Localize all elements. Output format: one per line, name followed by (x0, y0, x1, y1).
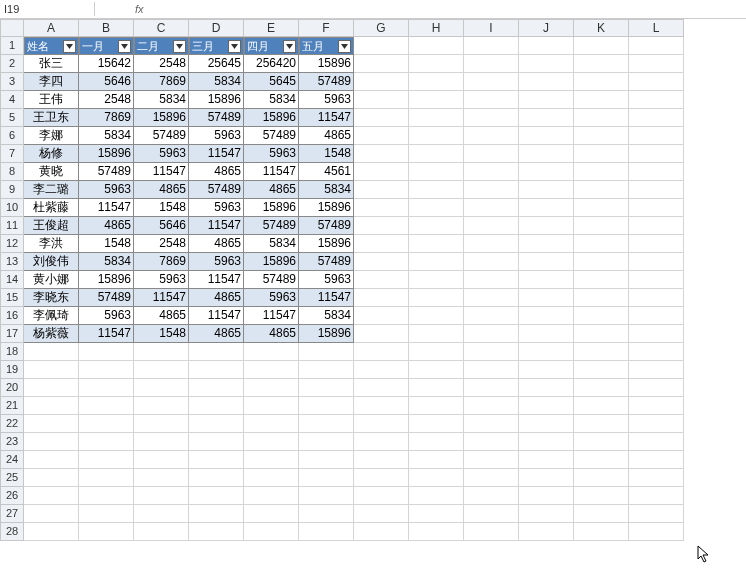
empty-cell[interactable] (24, 415, 79, 433)
data-cell[interactable]: 25645 (189, 55, 244, 73)
empty-cell[interactable] (354, 433, 409, 451)
empty-cell[interactable] (629, 361, 684, 379)
name-cell[interactable]: 杨修 (24, 145, 79, 163)
empty-cell[interactable] (629, 433, 684, 451)
empty-cell[interactable] (464, 451, 519, 469)
empty-cell[interactable] (354, 127, 409, 145)
column-header-H[interactable]: H (409, 19, 464, 37)
empty-cell[interactable] (629, 127, 684, 145)
empty-cell[interactable] (134, 433, 189, 451)
empty-cell[interactable] (409, 145, 464, 163)
data-cell[interactable]: 5834 (189, 73, 244, 91)
data-cell[interactable]: 5963 (79, 307, 134, 325)
row-header[interactable]: 3 (0, 73, 24, 91)
data-cell[interactable]: 5963 (299, 271, 354, 289)
data-cell[interactable]: 4865 (189, 235, 244, 253)
empty-cell[interactable] (189, 487, 244, 505)
empty-cell[interactable] (79, 469, 134, 487)
row-header[interactable]: 21 (0, 397, 24, 415)
empty-cell[interactable] (629, 91, 684, 109)
empty-cell[interactable] (464, 289, 519, 307)
data-cell[interactable]: 57489 (134, 127, 189, 145)
row-header[interactable]: 28 (0, 523, 24, 541)
empty-cell[interactable] (574, 397, 629, 415)
data-cell[interactable]: 2548 (134, 235, 189, 253)
empty-cell[interactable] (464, 55, 519, 73)
name-cell[interactable]: 王卫东 (24, 109, 79, 127)
empty-cell[interactable] (574, 451, 629, 469)
empty-cell[interactable] (299, 433, 354, 451)
row-header[interactable]: 19 (0, 361, 24, 379)
data-cell[interactable]: 57489 (244, 217, 299, 235)
data-cell[interactable]: 5646 (134, 217, 189, 235)
empty-cell[interactable] (574, 109, 629, 127)
empty-cell[interactable] (299, 361, 354, 379)
data-cell[interactable]: 5963 (244, 145, 299, 163)
data-cell[interactable]: 11547 (134, 289, 189, 307)
name-cell[interactable]: 张三 (24, 55, 79, 73)
empty-cell[interactable] (574, 361, 629, 379)
empty-cell[interactable] (409, 523, 464, 541)
empty-cell[interactable] (519, 217, 574, 235)
empty-cell[interactable] (134, 415, 189, 433)
empty-cell[interactable] (79, 451, 134, 469)
empty-cell[interactable] (409, 253, 464, 271)
row-header[interactable]: 26 (0, 487, 24, 505)
empty-cell[interactable] (409, 163, 464, 181)
empty-cell[interactable] (409, 415, 464, 433)
data-cell[interactable]: 5834 (244, 235, 299, 253)
row-header[interactable]: 11 (0, 217, 24, 235)
empty-cell[interactable] (189, 505, 244, 523)
empty-cell[interactable] (574, 181, 629, 199)
row-header[interactable]: 4 (0, 91, 24, 109)
empty-cell[interactable] (519, 55, 574, 73)
column-header-L[interactable]: L (629, 19, 684, 37)
name-cell[interactable]: 李佩琦 (24, 307, 79, 325)
data-cell[interactable]: 1548 (134, 199, 189, 217)
row-header[interactable]: 14 (0, 271, 24, 289)
empty-cell[interactable] (409, 109, 464, 127)
empty-cell[interactable] (629, 109, 684, 127)
empty-cell[interactable] (354, 109, 409, 127)
empty-cell[interactable] (354, 343, 409, 361)
empty-cell[interactable] (629, 235, 684, 253)
empty-cell[interactable] (519, 433, 574, 451)
empty-cell[interactable] (574, 253, 629, 271)
empty-cell[interactable] (409, 343, 464, 361)
data-cell[interactable]: 4865 (134, 181, 189, 199)
empty-cell[interactable] (409, 451, 464, 469)
empty-cell[interactable] (354, 73, 409, 91)
data-cell[interactable]: 5963 (134, 271, 189, 289)
row-header[interactable]: 16 (0, 307, 24, 325)
data-cell[interactable]: 15896 (244, 253, 299, 271)
empty-cell[interactable] (464, 199, 519, 217)
empty-cell[interactable] (519, 505, 574, 523)
empty-cell[interactable] (24, 505, 79, 523)
row-header[interactable]: 13 (0, 253, 24, 271)
data-cell[interactable]: 4865 (189, 289, 244, 307)
empty-cell[interactable] (519, 37, 574, 55)
empty-cell[interactable] (574, 325, 629, 343)
data-cell[interactable]: 11547 (189, 307, 244, 325)
data-cell[interactable]: 15896 (244, 109, 299, 127)
empty-cell[interactable] (464, 325, 519, 343)
empty-cell[interactable] (24, 397, 79, 415)
data-cell[interactable]: 5834 (79, 253, 134, 271)
data-cell[interactable]: 57489 (244, 271, 299, 289)
data-cell[interactable]: 5963 (134, 145, 189, 163)
empty-cell[interactable] (464, 271, 519, 289)
row-header[interactable]: 7 (0, 145, 24, 163)
empty-cell[interactable] (629, 217, 684, 235)
empty-cell[interactable] (574, 55, 629, 73)
empty-cell[interactable] (464, 163, 519, 181)
data-cell[interactable]: 1548 (299, 145, 354, 163)
column-header-I[interactable]: I (464, 19, 519, 37)
empty-cell[interactable] (409, 91, 464, 109)
empty-cell[interactable] (79, 433, 134, 451)
empty-cell[interactable] (464, 379, 519, 397)
empty-cell[interactable] (629, 199, 684, 217)
empty-cell[interactable] (134, 451, 189, 469)
row-header[interactable]: 27 (0, 505, 24, 523)
empty-cell[interactable] (354, 505, 409, 523)
data-cell[interactable]: 4865 (189, 163, 244, 181)
